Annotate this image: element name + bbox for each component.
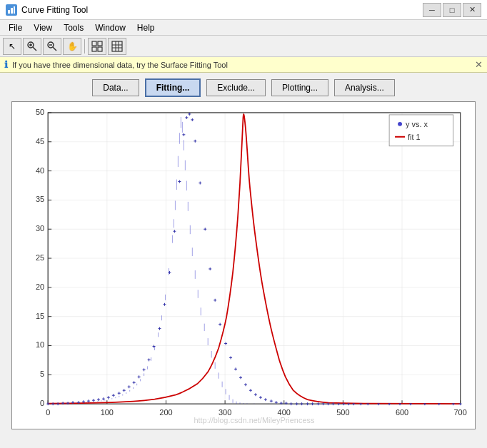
svg-text:0: 0 [46, 408, 50, 417]
svg-text:20: 20 [36, 282, 44, 291]
titlebar-left: Curve Fitting Tool [6, 4, 88, 16]
legend-fit-label: fit 1 [408, 133, 421, 141]
plot-container: 0 5 10 15 20 25 30 35 40 45 50 [0, 101, 487, 437]
plotting-button[interactable]: Plotting... [271, 79, 328, 96]
svg-rect-14 [112, 41, 122, 51]
menu-view[interactable]: View [28, 21, 58, 34]
zoom-in-icon[interactable] [23, 38, 41, 55]
menubar: File View Tools Window Help [0, 20, 487, 36]
svg-text:5: 5 [40, 370, 44, 378]
svg-rect-12 [92, 47, 96, 51]
titlebar: Curve Fitting Tool ─ □ ✕ [0, 0, 487, 20]
maximize-button[interactable]: □ [443, 3, 461, 17]
legend-data-dot [398, 122, 402, 126]
legend-data-label: y vs. x [406, 120, 428, 128]
svg-line-4 [33, 47, 36, 51]
svg-text:200: 200 [159, 408, 172, 417]
svg-text:40: 40 [36, 166, 44, 175]
buttons-row: Data... Fitting... Exclude... Plotting..… [0, 73, 487, 101]
infobar-message: If you have three dimensional data, try … [12, 61, 228, 69]
infobar-close[interactable]: ✕ [475, 59, 483, 70]
svg-rect-2 [14, 6, 15, 14]
menu-window[interactable]: Window [89, 21, 131, 34]
svg-text:30: 30 [36, 224, 44, 233]
fitting-button[interactable]: Fitting... [145, 78, 201, 97]
chart-svg: 0 5 10 15 20 25 30 35 40 45 50 [12, 102, 475, 429]
toolbar: ↖ ✋ [0, 36, 487, 57]
svg-text:25: 25 [36, 253, 44, 262]
grid2-icon[interactable] [108, 38, 126, 55]
grid-icon[interactable] [88, 38, 106, 55]
plot-area[interactable]: 0 5 10 15 20 25 30 35 40 45 50 [11, 101, 476, 429]
svg-text:700: 700 [454, 408, 467, 417]
zoom-out-icon[interactable] [43, 38, 61, 55]
menu-file[interactable]: File [3, 21, 28, 34]
toolbar-separator [84, 39, 85, 54]
minimize-button[interactable]: ─ [423, 3, 441, 17]
info-icon: ℹ [4, 59, 8, 70]
menu-tools[interactable]: Tools [58, 21, 89, 34]
svg-text:15: 15 [36, 312, 44, 320]
exclude-button[interactable]: Exclude... [206, 79, 266, 96]
pan-icon[interactable]: ✋ [63, 38, 81, 55]
close-button[interactable]: ✕ [463, 3, 481, 17]
titlebar-title: Curve Fitting Tool [21, 5, 88, 15]
svg-text:0: 0 [40, 399, 44, 407]
chart-icon [6, 4, 17, 16]
svg-text:100: 100 [101, 408, 114, 417]
svg-text:50: 50 [36, 108, 44, 116]
infobar: ℹ If you have three dimensional data, tr… [0, 57, 487, 73]
svg-rect-10 [92, 41, 96, 46]
svg-text:500: 500 [336, 408, 349, 417]
watermark-text: http://blog.csdn.net/MileyPriencess [194, 416, 315, 424]
titlebar-controls: ─ □ ✕ [423, 3, 481, 17]
data-button[interactable]: Data... [92, 79, 139, 96]
menu-help[interactable]: Help [131, 21, 161, 34]
infobar-content: ℹ If you have three dimensional data, tr… [4, 59, 228, 70]
svg-rect-11 [98, 41, 102, 46]
svg-rect-0 [8, 10, 10, 14]
svg-text:10: 10 [36, 340, 44, 349]
analysis-button[interactable]: Analysis... [334, 79, 395, 96]
svg-text:45: 45 [36, 137, 44, 146]
svg-text:600: 600 [396, 408, 408, 417]
arrow-icon[interactable]: ↖ [3, 38, 21, 55]
svg-text:35: 35 [36, 195, 44, 203]
svg-line-8 [53, 47, 56, 51]
svg-rect-13 [98, 47, 102, 51]
svg-rect-1 [11, 8, 13, 14]
